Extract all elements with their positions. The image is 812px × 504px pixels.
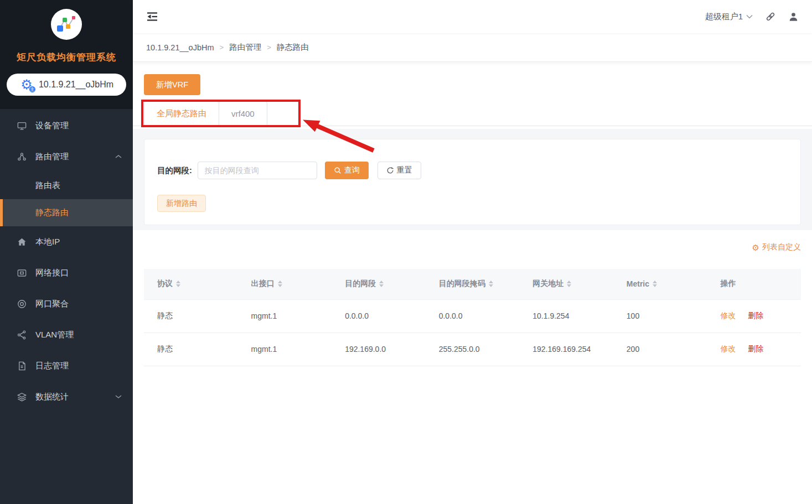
sidebar: 矩尺负载均衡管理系统 ⚙ 主 10.1.9.21__oJbHm 设备管理 路由管… bbox=[0, 0, 133, 504]
refresh-icon bbox=[386, 167, 394, 174]
link-icon bbox=[765, 11, 776, 22]
sidebar-item-label: 日志管理 bbox=[35, 361, 69, 371]
filter-row: 目的网段: 查询 重置 bbox=[157, 162, 788, 179]
tab-global-static-route[interactable]: 全局静态路由 bbox=[144, 101, 219, 126]
static-route-table: 协议 出接口 目的网段 目的网段掩码 网关地址 Metric 操作 静态 mgm… bbox=[144, 269, 801, 366]
cell-gateway: 192.169.169.254 bbox=[519, 332, 613, 366]
device-badge: 主 bbox=[29, 86, 36, 93]
breadcrumb-route-mgmt[interactable]: 路由管理 bbox=[229, 42, 261, 53]
sidebar-item-local-ip[interactable]: 本地IP bbox=[0, 226, 133, 257]
app-title: 矩尺负载均衡管理系统 bbox=[0, 51, 133, 64]
user-icon bbox=[788, 12, 799, 22]
sidebar-item-label: 路由表 bbox=[35, 180, 60, 191]
user-button[interactable] bbox=[788, 12, 799, 22]
filter-section: 目的网段: 查询 重置 新增路由 bbox=[133, 129, 812, 230]
interface-icon bbox=[17, 268, 27, 278]
sidebar-item-statistics[interactable]: 数据统计 bbox=[0, 381, 133, 412]
sidebar-item-static-route[interactable]: 静态路由 bbox=[0, 199, 133, 226]
tabs: 全局静态路由 vrf400 bbox=[133, 101, 812, 126]
sidebar-item-route-table[interactable]: 路由表 bbox=[0, 172, 133, 199]
stats-icon bbox=[17, 392, 27, 402]
sidebar-item-label: 网口聚合 bbox=[35, 299, 69, 309]
topbar: 超级租户1 bbox=[133, 0, 812, 33]
cell-metric: 200 bbox=[613, 332, 707, 366]
route-icon bbox=[17, 152, 27, 162]
sidebar-item-label: 静态路由 bbox=[35, 207, 69, 218]
fold-icon bbox=[146, 11, 158, 22]
sidebar-item-vlan-mgmt[interactable]: VLAN管理 bbox=[0, 319, 133, 350]
breadcrumb-separator: > bbox=[220, 43, 224, 51]
sidebar-item-device-mgmt[interactable]: 设备管理 bbox=[0, 110, 133, 141]
delete-link[interactable]: 删除 bbox=[748, 311, 763, 320]
add-route-button[interactable]: 新增路由 bbox=[157, 195, 206, 212]
sort-icon[interactable] bbox=[278, 280, 282, 287]
col-metric[interactable]: Metric bbox=[613, 269, 707, 299]
cell-actions: 修改 删除 bbox=[707, 299, 801, 332]
device-selector[interactable]: ⚙ 主 10.1.9.21__oJbHm bbox=[7, 74, 126, 96]
sidebar-menu: 设备管理 路由管理 路由表 静态路由 本地IP 网络接口 bbox=[0, 109, 133, 504]
col-dest-mask[interactable]: 目的网段掩码 bbox=[426, 269, 520, 299]
cell-gateway: 10.1.9.254 bbox=[519, 299, 613, 332]
sidebar-item-route-mgmt[interactable]: 路由管理 bbox=[0, 141, 133, 172]
add-vrf-button[interactable]: 新增VRF bbox=[144, 74, 200, 95]
home-icon bbox=[17, 237, 27, 247]
search-button[interactable]: 查询 bbox=[325, 162, 369, 179]
sidebar-item-label: 网络接口 bbox=[35, 268, 69, 278]
log-icon bbox=[17, 361, 27, 371]
breadcrumb: 10.1.9.21__oJbHm > 路由管理 > 静态路由 bbox=[133, 33, 812, 62]
chevron-down-icon bbox=[115, 394, 122, 399]
chevron-down-icon bbox=[746, 14, 753, 19]
cell-actions: 修改 删除 bbox=[707, 332, 801, 366]
sidebar-item-label: 设备管理 bbox=[35, 121, 69, 131]
sort-icon[interactable] bbox=[176, 280, 180, 287]
link-button[interactable] bbox=[765, 11, 776, 22]
sort-icon[interactable] bbox=[489, 280, 493, 287]
device-gear-icon: ⚙ 主 bbox=[19, 77, 34, 92]
network-logo-icon bbox=[55, 13, 77, 35]
cell-dest-mask: 0.0.0.0 bbox=[426, 299, 520, 332]
col-protocol[interactable]: 协议 bbox=[144, 269, 238, 299]
tab-vrf400[interactable]: vrf400 bbox=[219, 101, 267, 126]
content: 新增VRF 全局静态路由 vrf400 目的网段: 查询 重置 bbox=[133, 62, 812, 504]
sidebar-item-port-aggregation[interactable]: 网口聚合 bbox=[0, 288, 133, 319]
sort-icon[interactable] bbox=[653, 280, 657, 287]
table-header-row: 协议 出接口 目的网段 目的网段掩码 网关地址 Metric 操作 bbox=[144, 269, 801, 299]
logo-circle bbox=[51, 9, 82, 40]
col-dest-network[interactable]: 目的网段 bbox=[332, 269, 426, 299]
chevron-up-icon bbox=[115, 154, 122, 159]
gear-icon: ⚙ bbox=[752, 243, 759, 252]
tenant-label: 超级租户1 bbox=[705, 12, 743, 22]
cell-dest-mask: 255.255.0.0 bbox=[426, 332, 520, 366]
breadcrumb-device[interactable]: 10.1.9.21__oJbHm bbox=[146, 43, 214, 52]
edit-link[interactable]: 修改 bbox=[720, 311, 736, 320]
delete-link[interactable]: 删除 bbox=[748, 344, 763, 353]
breadcrumb-current: 静态路由 bbox=[277, 42, 309, 53]
collapse-sidebar-button[interactable] bbox=[146, 11, 158, 22]
vlan-icon bbox=[17, 330, 27, 340]
reset-button[interactable]: 重置 bbox=[377, 162, 421, 179]
edit-link[interactable]: 修改 bbox=[720, 344, 736, 353]
tenant-dropdown[interactable]: 超级租户1 bbox=[705, 12, 753, 22]
col-actions: 操作 bbox=[707, 269, 801, 299]
customize-columns-button[interactable]: ⚙ 列表自定义 bbox=[752, 242, 801, 252]
device-name: 10.1.9.21__oJbHm bbox=[39, 80, 113, 90]
sidebar-item-log-mgmt[interactable]: 日志管理 bbox=[0, 350, 133, 381]
dest-network-input[interactable] bbox=[198, 162, 317, 179]
sort-icon[interactable] bbox=[379, 280, 384, 287]
sort-icon[interactable] bbox=[567, 280, 571, 287]
cell-dest-network: 192.169.0.0 bbox=[332, 332, 426, 366]
cell-interface: mgmt.1 bbox=[238, 332, 332, 366]
cell-interface: mgmt.1 bbox=[238, 299, 332, 332]
cell-metric: 100 bbox=[613, 299, 707, 332]
main-area: 超级租户1 10.1.9.21__oJbHm > 路由管理 > 静态路由 新增V… bbox=[133, 0, 812, 504]
table-row: 静态 mgmt.1 0.0.0.0 0.0.0.0 10.1.9.254 100… bbox=[144, 299, 801, 332]
aggregation-icon bbox=[17, 299, 27, 309]
dest-network-label: 目的网段: bbox=[157, 165, 192, 176]
table-row: 静态 mgmt.1 192.169.0.0 255.255.0.0 192.16… bbox=[144, 332, 801, 366]
col-gateway[interactable]: 网关地址 bbox=[519, 269, 613, 299]
sidebar-item-network-interface[interactable]: 网络接口 bbox=[0, 257, 133, 288]
sidebar-item-label: VLAN管理 bbox=[35, 330, 74, 340]
col-interface[interactable]: 出接口 bbox=[238, 269, 332, 299]
cell-protocol: 静态 bbox=[144, 299, 238, 332]
cell-protocol: 静态 bbox=[144, 332, 238, 366]
